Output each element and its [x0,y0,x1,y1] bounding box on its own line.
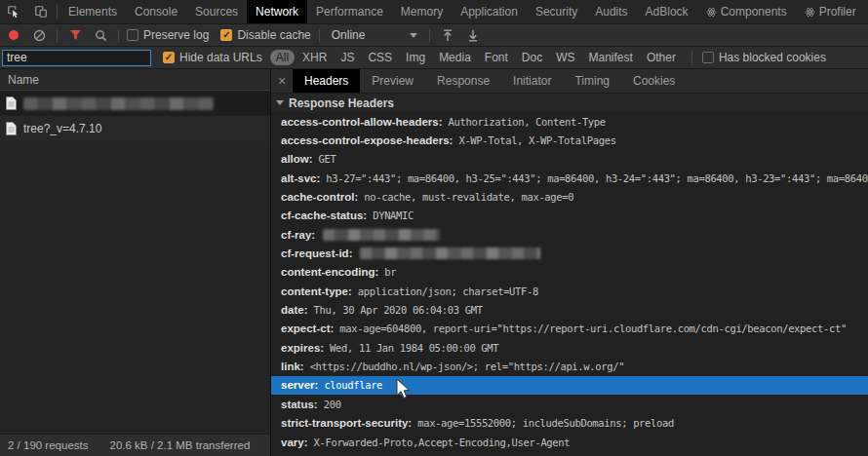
header-name: vary: [281,437,308,448]
header-name: link: [281,361,304,372]
filter-pill-all[interactable]: All [270,50,295,65]
name-column-header[interactable]: Name [0,69,270,91]
header-value: DYNAMIC [373,209,414,221]
filter-pill-img[interactable]: Img [400,50,431,65]
detail-tab-response[interactable]: Response [425,69,501,93]
tab-label: Sources [195,5,238,19]
main-tabs: ElementsConsoleSourcesNetworkPerformance… [59,0,865,23]
filter-pill-xhr[interactable]: XHR [296,50,333,65]
header-row-access-control-allow-headers[interactable]: access-control-allow-headers:Authorizati… [271,112,868,131]
preserve-log-checkbox-box[interactable] [127,29,138,41]
transferred-size: 20.6 kB / 2.1 MB transferred [109,439,250,451]
header-row-cf-cache-status[interactable]: cf-cache-status:DYNAMIC [271,207,868,225]
header-row-date[interactable]: date:Thu, 30 Apr 2020 06:04:03 GMT [271,300,868,319]
header-row-content-encoding[interactable]: content-encoding:br [271,263,868,282]
header-row-server[interactable]: server:cloudflare [271,376,868,395]
detail-tab-initiator[interactable]: Initiator [501,69,563,93]
header-row-cache-control[interactable]: cache-control:no-cache, must-revalidate,… [271,187,868,206]
tab-elements[interactable]: Elements [59,0,126,23]
requests-count: 2 / 190 requests [8,439,88,451]
has-blocked-cookies-checkbox[interactable]: Has blocked cookies [702,51,826,64]
import-har-icon[interactable] [438,26,457,44]
request-row[interactable] [0,91,270,116]
section-title: Response Headers [289,96,394,110]
tab-components[interactable]: Components [697,0,796,23]
tab-console[interactable]: Console [126,0,186,23]
header-row-status[interactable]: status:200 [271,395,868,413]
network-content: Name tree?_v=4.7.10 2 / 190 requests 20.… [0,69,868,456]
preserve-log-checkbox[interactable]: Preserve log [127,28,209,42]
tab-audits[interactable]: Audits [586,0,636,23]
filter-pill-manifest[interactable]: Manifest [583,50,639,65]
tab-label: Performance [316,5,383,19]
close-icon[interactable]: × [271,69,293,93]
document-icon [6,96,17,110]
hide-data-urls-checkbox-box[interactable] [163,52,175,63]
device-toolbar-icon[interactable] [27,0,55,23]
filter-input[interactable] [2,50,151,66]
header-row-allow[interactable]: allow:GET [271,150,868,169]
tab-adblock[interactable]: AdBlock [637,0,697,23]
tab-security[interactable]: Security [527,0,586,23]
detail-tab-preview[interactable]: Preview [360,69,425,93]
header-value: cloudflare [324,379,382,391]
request-row[interactable]: tree?_v=4.7.10 [0,116,270,141]
header-row-cf-request-id[interactable]: cf-request-id: [271,244,868,262]
toolbar-separator [118,29,119,42]
header-row-strict-transport-security[interactable]: strict-transport-security:max-age=155520… [271,414,868,433]
tab-memory[interactable]: Memory [392,0,452,23]
header-row-expect-ct[interactable]: expect-ct:max-age=604800, report-uri="ht… [271,320,868,338]
network-toolbar: Preserve log Disable cache Online [0,24,868,47]
filter-funnel-icon[interactable] [65,26,85,44]
detail-tab-timing[interactable]: Timing [563,69,621,93]
hide-data-urls-checkbox[interactable]: Hide data URLs [163,51,262,64]
detail-tab-cookies[interactable]: Cookies [621,69,687,93]
filter-pill-font[interactable]: Font [479,50,514,65]
header-row-x-content-type-options[interactable]: x-content-type-options:nosniff [271,451,868,456]
inspect-element-icon[interactable] [0,0,27,23]
preserve-log-label: Preserve log [143,28,209,42]
toolbar-separator [691,52,692,64]
tab-performance[interactable]: Performance [307,0,392,23]
tab-network[interactable]: Network [247,0,307,23]
filter-pill-other[interactable]: Other [641,50,682,65]
filter-pill-js[interactable]: JS [335,50,360,65]
throttling-dropdown[interactable]: Online [328,26,421,44]
header-row-link[interactable]: link:<https://buddho.nl/wp-json/>; rel="… [271,357,868,375]
header-name: strict-transport-security: [281,417,412,429]
filter-pill-doc[interactable]: Doc [516,50,548,65]
detail-tab-bar: × HeadersPreviewResponseInitiatorTimingC… [271,69,868,94]
toolbar-separator [319,29,320,42]
toolbar-separator [57,29,58,42]
header-row-alt-svc[interactable]: alt-svc:h3-27=":443"; ma=86400, h3-25=":… [271,169,868,187]
response-headers-list: access-control-allow-headers:Authorizati… [271,112,868,456]
filter-pill-css[interactable]: CSS [362,50,398,65]
header-row-access-control-expose-headers[interactable]: access-control-expose-headers:X-WP-Total… [271,131,868,149]
header-name: cache-control: [281,191,358,203]
tab-profiler[interactable]: Profiler [796,0,865,23]
header-name: access-control-expose-headers: [281,134,453,146]
filter-pill-ws[interactable]: WS [550,50,580,65]
request-list-panel: Name tree?_v=4.7.10 2 / 190 requests 20.… [0,69,270,456]
header-row-content-type[interactable]: content-type:application/json; charset=U… [271,282,868,300]
header-value: max-age=15552000; includeSubDomains; pre… [417,417,674,429]
tab-application[interactable]: Application [452,0,527,23]
detail-tab-headers[interactable]: Headers [293,69,360,93]
clear-icon[interactable] [29,26,49,44]
record-icon[interactable] [4,26,23,44]
main-tab-bar: ElementsConsoleSourcesNetworkPerformance… [0,0,868,24]
export-har-icon[interactable] [463,26,483,44]
disable-cache-checkbox[interactable]: Disable cache [220,28,310,42]
has-blocked-cookies-checkbox-box[interactable] [702,52,714,63]
filter-pill-media[interactable]: Media [433,50,477,65]
redacted-request-name [23,97,214,110]
header-row-vary[interactable]: vary:X-Forwarded-Proto,Accept-Encoding,U… [271,433,868,451]
header-row-expires[interactable]: expires:Wed, 11 Jan 1984 05:00:00 GMT [271,338,868,357]
disable-cache-checkbox-box[interactable] [220,29,232,41]
redacted-header-value [323,229,440,241]
search-icon[interactable] [91,26,110,44]
tab-sources[interactable]: Sources [186,0,247,23]
throttling-value: Online [332,28,366,42]
header-row-cf-ray[interactable]: cf-ray: [271,225,868,244]
response-headers-section-header[interactable]: Response Headers [271,94,868,112]
